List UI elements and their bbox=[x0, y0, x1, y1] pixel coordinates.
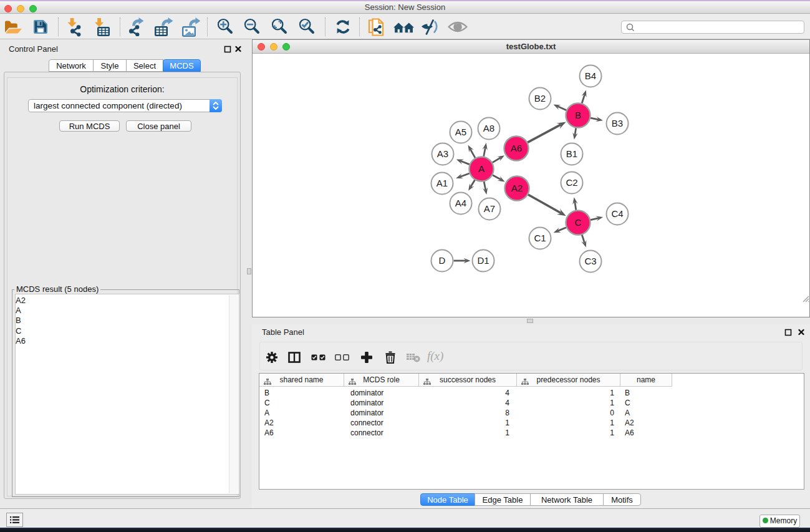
svg-text:A5: A5 bbox=[455, 127, 466, 137]
svg-text:B1: B1 bbox=[566, 148, 577, 159]
svg-text:D: D bbox=[439, 255, 446, 266]
svg-text:A: A bbox=[478, 163, 485, 174]
svg-text:C3: C3 bbox=[584, 256, 596, 266]
svg-text:A6: A6 bbox=[511, 143, 522, 153]
svg-text:A8: A8 bbox=[483, 123, 494, 133]
svg-text:C: C bbox=[575, 217, 582, 228]
svg-text:D1: D1 bbox=[477, 255, 489, 266]
svg-text:B2: B2 bbox=[534, 93, 546, 104]
svg-text:C2: C2 bbox=[566, 177, 577, 188]
svg-text:A2: A2 bbox=[511, 183, 523, 193]
svg-text:C4: C4 bbox=[611, 208, 623, 219]
svg-text:C1: C1 bbox=[534, 233, 546, 243]
svg-text:A4: A4 bbox=[455, 198, 466, 208]
svg-text:B: B bbox=[575, 110, 581, 120]
svg-text:B4: B4 bbox=[585, 70, 596, 81]
svg-text:A7: A7 bbox=[484, 203, 495, 214]
svg-text:B3: B3 bbox=[612, 118, 623, 128]
svg-text:A1: A1 bbox=[436, 178, 448, 188]
svg-text:A3: A3 bbox=[437, 148, 448, 159]
